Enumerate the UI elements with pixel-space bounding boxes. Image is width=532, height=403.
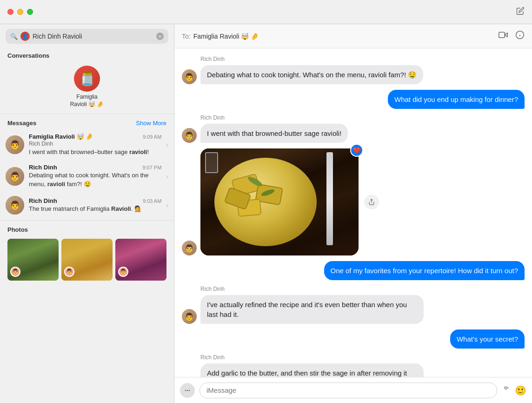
- sender-label-8: Rich Dinh: [200, 354, 525, 361]
- bubble-7: What's your secret?: [450, 329, 525, 349]
- fullscreen-button[interactable]: [27, 9, 33, 15]
- emoji-button[interactable]: 🙂: [515, 385, 526, 396]
- bubble-8: Add garlic to the butter, and then stir …: [200, 363, 424, 377]
- bubble-2: What did you end up making for dinner?: [388, 90, 525, 109]
- sidebar: 🔍 👤 Rich Dinh Ravioli × Conversations 🫙 …: [0, 24, 174, 403]
- conversations-section-header: Conversations: [0, 48, 174, 62]
- message-group-6: Rich Dinh 👨 I've actually refined the re…: [182, 286, 525, 324]
- message-group-8: Rich Dinh 👨 Add garlic to the butter, an…: [182, 354, 525, 377]
- chevron-right-icon-1: ›: [166, 141, 168, 148]
- message-result-time-2: 9:07 PM: [142, 165, 161, 170]
- messages-section-header: Messages Show More: [0, 116, 174, 129]
- search-clear-button[interactable]: ×: [156, 33, 164, 40]
- messages-section-title: Messages: [7, 120, 36, 127]
- photo-thumb-2[interactable]: 👨: [61, 239, 113, 281]
- sender-label-6: Rich Dinh: [200, 286, 525, 292]
- bubble-avatar-6: 👨: [182, 309, 197, 324]
- conversation-avatar: 🫙: [74, 66, 100, 92]
- svg-point-7: [185, 390, 186, 390]
- app-drawer-button[interactable]: [180, 383, 195, 398]
- audio-input-button[interactable]: [502, 385, 510, 396]
- message-result-content-2: Rich Dinh 9:07 PM Debating what to cook …: [29, 164, 161, 188]
- message-result-avatar-2: 👨: [6, 167, 24, 186]
- message-input[interactable]: [200, 383, 497, 398]
- message-row-2: What did you end up making for dinner?: [182, 90, 525, 109]
- conversation-item-famiglia[interactable]: 🫙 FamigliaRavioli 🤯 🤌: [0, 62, 174, 112]
- reaction-emoji: ❤️: [353, 147, 361, 154]
- photos-grid: 👨 👨 👨: [7, 239, 166, 281]
- chevron-right-icon-2: ›: [166, 173, 168, 180]
- message-result-sender-2: Rich Dinh: [29, 164, 57, 171]
- message-result-content-1: Famiglia Ravioli 🤯 🤌 9:09 AM Rich Dinh I…: [29, 133, 161, 156]
- search-contact-avatar: 👤: [20, 32, 30, 41]
- chat-area: To: Famiglia Ravioli 🤯 🤌: [174, 24, 532, 403]
- message-result-avatar-1: 👨: [6, 135, 24, 154]
- message-result-time-1: 9:09 AM: [143, 134, 161, 140]
- conversation-label: FamigliaRavioli 🤯 🤌: [70, 94, 104, 108]
- message-result-item[interactable]: 👨 Famiglia Ravioli 🤯 🤌 9:09 AM Rich Dinh…: [0, 129, 174, 160]
- show-more-button[interactable]: Show More: [136, 120, 166, 127]
- titlebar: [0, 0, 532, 24]
- photos-section-header: Photos: [7, 226, 166, 236]
- app-container: 🔍 👤 Rich Dinh Ravioli × Conversations 🫙 …: [0, 24, 532, 403]
- message-result-preview-1: I went with that browned–butter sage rav…: [29, 148, 161, 156]
- video-call-icon[interactable]: [499, 30, 508, 42]
- chat-header-to-label: To:: [182, 33, 191, 40]
- message-result-from-1: Rich Dinh: [29, 141, 161, 147]
- message-row-5: One of my favorites from your repertoire…: [182, 261, 525, 280]
- search-bar[interactable]: 🔍 👤 Rich Dinh Ravioli ×: [6, 29, 168, 44]
- bubble-avatar-3: 👨: [182, 128, 197, 143]
- chevron-right-icon-3: ›: [166, 202, 168, 209]
- compose-button[interactable]: [516, 7, 525, 17]
- close-button[interactable]: [7, 9, 13, 15]
- share-button[interactable]: [364, 195, 379, 209]
- input-bar: 🙂: [174, 377, 532, 403]
- chat-header-name: Famiglia Ravioli 🤯 🤌: [193, 33, 259, 40]
- info-icon[interactable]: [515, 30, 525, 42]
- photo-thumb-1[interactable]: 👨: [7, 239, 59, 281]
- bubble-3: I went with that browned-butter sage rav…: [200, 124, 348, 143]
- message-row-8: 👨 Add garlic to the butter, and then sti…: [182, 363, 525, 377]
- minimize-button[interactable]: [17, 9, 23, 15]
- image-bubble-container: ❤️: [200, 148, 359, 255]
- message-row-6: 👨 I've actually refined the recipe and i…: [182, 295, 525, 324]
- chat-header-icons: [499, 30, 525, 42]
- message-result-avatar-3: 👨: [6, 196, 24, 215]
- message-row-image: 👨: [182, 148, 525, 255]
- photos-section: Photos 👨 👨 👨: [0, 222, 174, 286]
- svg-rect-1: [499, 32, 505, 38]
- messages-container: Rich Dinh 👨 Debating what to cook tonigh…: [174, 48, 532, 377]
- sender-label-1: Rich Dinh: [200, 56, 525, 62]
- svg-point-6: [187, 390, 187, 390]
- bubble-5: One of my favorites from your repertoire…: [324, 261, 525, 280]
- message-group-1: Rich Dinh 👨 Debating what to cook tonigh…: [182, 56, 525, 84]
- message-result-preview-3: The true matriarch of Famiglia Ravioli. …: [29, 205, 161, 213]
- svg-marker-0: [505, 33, 507, 37]
- bubble-1: Debating what to cook tonight. What's on…: [200, 65, 423, 84]
- photo-thumb-3[interactable]: 👨: [115, 239, 166, 281]
- message-row-3: 👨 I went with that browned-butter sage r…: [182, 124, 525, 143]
- chat-header: To: Famiglia Ravioli 🤯 🤌: [174, 24, 532, 48]
- traffic-lights: [7, 9, 33, 15]
- bubble-avatar-1: 👨: [182, 69, 197, 84]
- food-image[interactable]: [200, 148, 359, 255]
- bubble-6: I've actually refined the recipe and it'…: [200, 295, 424, 324]
- message-result-item-3[interactable]: 👨 Rich Dinh 9:03 AM The true matriarch o…: [0, 192, 174, 218]
- message-result-item-2[interactable]: 👨 Rich Dinh 9:07 PM Debating what to coo…: [0, 160, 174, 192]
- message-row-1: 👨 Debating what to cook tonight. What's …: [182, 65, 525, 84]
- sender-label-3: Rich Dinh: [200, 114, 525, 121]
- reaction-bubble[interactable]: ❤️: [350, 144, 363, 157]
- svg-point-8: [189, 390, 189, 390]
- message-result-sender-1: Famiglia Ravioli 🤯 🤌: [29, 133, 93, 140]
- message-result-sender-3: Rich Dinh: [29, 197, 57, 204]
- bubble-avatar-image: 👨: [182, 241, 197, 255]
- search-icon: 🔍: [10, 33, 18, 40]
- message-result-preview-2: Debating what to cook tonight. What's on…: [29, 171, 161, 188]
- message-result-time-3: 9:03 AM: [143, 198, 161, 204]
- message-row-7: What's your secret?: [182, 329, 525, 349]
- message-group-3: Rich Dinh 👨 I went with that browned-but…: [182, 114, 525, 143]
- message-result-content-3: Rich Dinh 9:03 AM The true matriarch of …: [29, 197, 161, 213]
- search-query-text: Rich Dinh Ravioli: [33, 33, 153, 40]
